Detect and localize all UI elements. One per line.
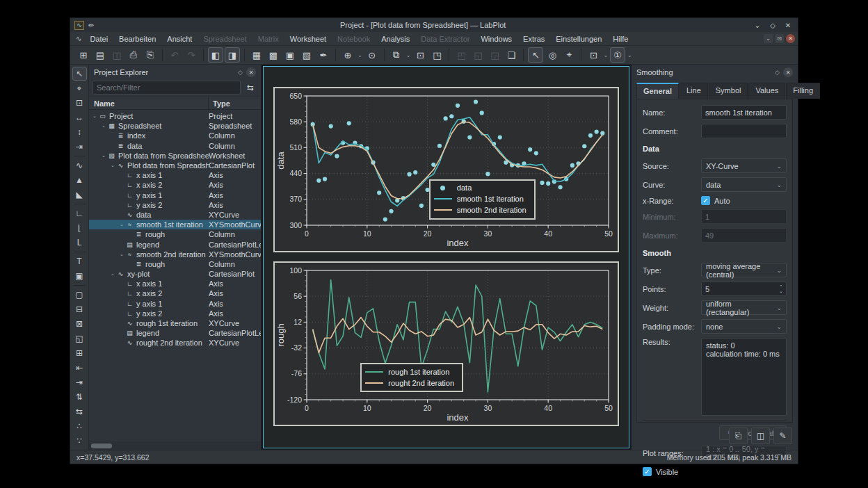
horizontal-scrollbar[interactable] bbox=[89, 441, 261, 450]
menu-windows[interactable]: Windows bbox=[475, 33, 517, 44]
expander-icon[interactable]: ⌄ bbox=[118, 222, 125, 227]
select-mode-button[interactable]: ↖ bbox=[528, 47, 543, 63]
padding-mode-select[interactable]: none⌄ bbox=[701, 319, 787, 334]
minimize-button[interactable]: ⌄ bbox=[752, 22, 763, 29]
expander-icon[interactable]: ⌄ bbox=[100, 153, 107, 158]
chevron-down-icon[interactable]: ⌄ bbox=[603, 52, 608, 58]
template-save-button[interactable]: ◫ bbox=[751, 428, 770, 444]
add-axis-plain-tool[interactable]: L bbox=[72, 236, 87, 250]
tree-row[interactable]: ≣indexColumn bbox=[89, 131, 261, 140]
add-image-tool[interactable]: ▣ bbox=[72, 269, 87, 283]
tree-header[interactable]: Name Type bbox=[89, 97, 261, 110]
new-object-button[interactable]: ⊕ bbox=[340, 47, 355, 63]
menu-einstellungen[interactable]: Einstellungen bbox=[550, 33, 607, 44]
filter-icon[interactable]: ⇆ bbox=[243, 81, 257, 95]
dock-float-icon[interactable]: ◇ bbox=[238, 69, 243, 76]
tree-row[interactable]: ≣roughColumn bbox=[89, 229, 261, 239]
expander-icon[interactable]: ⌄ bbox=[118, 252, 125, 257]
new-workbook-button[interactable]: ▣ bbox=[282, 47, 298, 63]
zoom-x-select-tool[interactable]: ↔ bbox=[72, 111, 87, 124]
smoothing-titlebar[interactable]: Smoothing ◇ ✕ bbox=[632, 65, 798, 80]
name-field[interactable] bbox=[701, 105, 787, 120]
export-worksheet-button[interactable]: ⧉ bbox=[389, 47, 404, 63]
tree-row[interactable]: ∟y axis 2Axis bbox=[89, 309, 261, 318]
tree-row[interactable]: ≣roughColumn bbox=[89, 259, 261, 269]
type-select[interactable]: moving average (central)⌄ bbox=[701, 263, 787, 277]
layout-horizontal-tool[interactable]: ⊞ bbox=[72, 346, 87, 360]
menu-datei[interactable]: Datei bbox=[84, 33, 113, 44]
align-left-tool[interactable]: ⇤ bbox=[72, 361, 87, 375]
add-axis-tool[interactable]: ∟ bbox=[72, 206, 87, 220]
zoom-fit-page-button[interactable]: ⊡ bbox=[412, 47, 428, 63]
menu-worksheet[interactable]: Worksheet bbox=[284, 33, 332, 44]
chevron-down-icon[interactable]: ⌄ bbox=[406, 52, 411, 58]
zoom-area-tool[interactable]: ⊠ bbox=[72, 317, 87, 331]
menu-analysis[interactable]: Analysis bbox=[376, 33, 415, 44]
new-project-button[interactable]: ⊞ bbox=[76, 47, 91, 63]
tree-row[interactable]: ∟y axis 1Axis bbox=[89, 190, 261, 200]
tree-row[interactable]: ⌄▭ProjectProject bbox=[89, 111, 261, 121]
pan-mode-button[interactable]: ◎ bbox=[545, 47, 560, 63]
select-tool[interactable]: ↖ bbox=[72, 67, 87, 81]
crosshair-tool[interactable]: ⌖ bbox=[72, 81, 87, 95]
auto-checkbox[interactable]: ✓ bbox=[701, 196, 710, 205]
add-axis-dotted-tool[interactable]: ⌊ bbox=[72, 221, 87, 235]
expander-icon[interactable]: ⌄ bbox=[91, 113, 98, 119]
tree-row[interactable]: ∟x axis 2Axis bbox=[89, 288, 261, 298]
tree-row[interactable]: ⌄∿Plot data from SpreadsheetCartesianPlo… bbox=[89, 161, 261, 170]
expander-icon[interactable]: ⌄ bbox=[109, 163, 116, 168]
cascade-windows-button[interactable]: ❏ bbox=[504, 47, 519, 63]
tree-row[interactable]: ∿dataXYCurve bbox=[89, 210, 261, 220]
menu-extras[interactable]: Extras bbox=[517, 33, 550, 44]
tab-line[interactable]: Line bbox=[680, 83, 708, 99]
zoom-in-tool[interactable]: ▢ bbox=[72, 288, 87, 302]
tab-filling[interactable]: Filling bbox=[786, 83, 820, 99]
spin-down-icon[interactable]: ⌄ bbox=[779, 289, 783, 293]
menu-bearbeiten[interactable]: Bearbeiten bbox=[113, 33, 161, 44]
weight-select[interactable]: uniform (rectangular)⌄ bbox=[701, 300, 787, 315]
tab-symbol[interactable]: Symbol bbox=[709, 83, 748, 99]
mdi-close-icon[interactable]: ✕ bbox=[786, 34, 795, 43]
column-header-name[interactable]: Name bbox=[89, 97, 209, 109]
tree-row[interactable]: ⌄≈smooth 2nd iterationXYSmoothCurve bbox=[89, 250, 261, 259]
points-stepper[interactable]: 5 ⌃⌄ bbox=[701, 282, 787, 296]
curve-select[interactable]: data⌄ bbox=[701, 177, 787, 192]
zoom-select-tool[interactable]: ⊡ bbox=[72, 96, 87, 110]
tree-row[interactable]: ∿rought 2nd iterationXYCurve bbox=[89, 338, 261, 348]
close-button[interactable]: ✕ bbox=[782, 22, 794, 29]
new-worksheet-button[interactable]: ▧ bbox=[299, 47, 314, 63]
tree-row[interactable]: ▤legendCartesianPlotLegend bbox=[89, 328, 261, 338]
menu-hilfe[interactable]: Hilfe bbox=[607, 33, 634, 44]
layout-vertical-tool[interactable]: ◱ bbox=[72, 332, 87, 345]
dock-close-icon[interactable]: ✕ bbox=[783, 67, 793, 77]
zoom-out-tool[interactable]: ⊟ bbox=[72, 302, 87, 316]
column-header-type[interactable]: Type bbox=[209, 99, 261, 108]
snap-points-tool[interactable]: ∴ bbox=[72, 419, 87, 433]
tree-row[interactable]: ⌄∿xy-plotCartesianPlot bbox=[89, 269, 261, 279]
print-button[interactable]: ⎙ bbox=[126, 47, 141, 63]
tree-row[interactable]: ∟x axis 1Axis bbox=[89, 279, 261, 288]
new-note-button[interactable]: ⊙ bbox=[364, 47, 380, 63]
worksheet-page[interactable]: 01020304050300370440510580650indexdatada… bbox=[263, 66, 629, 448]
tree-row[interactable]: ▤legendCartesianPlotLegend bbox=[89, 239, 261, 249]
add-xy-curve-tool[interactable]: ∿ bbox=[72, 158, 87, 172]
new-matrix-button[interactable]: ▩ bbox=[266, 47, 281, 63]
measure-tool[interactable]: ⇥ bbox=[72, 140, 87, 154]
titlebar[interactable]: ∿ ✏ Project - [Plot data from Spreadshee… bbox=[70, 18, 798, 32]
dock-float-icon[interactable]: ◇ bbox=[775, 69, 780, 76]
tree-row[interactable]: ∟y axis 1Axis bbox=[89, 299, 261, 309]
add-histogram-tool[interactable]: ▲ bbox=[72, 173, 87, 187]
new-spreadsheet-button[interactable]: ▦ bbox=[249, 47, 264, 63]
comment-field[interactable] bbox=[701, 124, 787, 138]
tree-row[interactable]: ⌄▧Plot data from SpreadsheetWorksheet bbox=[89, 151, 261, 161]
tree-row[interactable]: ⌄≈smooth 1st iterationXYSmoothCurve bbox=[89, 220, 261, 229]
zoom-select-mode-button[interactable]: ⌖ bbox=[561, 47, 577, 63]
chevron-down-icon[interactable]: ⌄ bbox=[627, 52, 632, 58]
tab-general[interactable]: General bbox=[636, 83, 679, 99]
add-text-label-tool[interactable]: T bbox=[72, 254, 87, 268]
print-preview-button[interactable]: ⎘ bbox=[143, 47, 158, 63]
project-explorer-titlebar[interactable]: Project Explorer ◇ ✕ bbox=[89, 65, 261, 80]
chevron-down-icon[interactable]: ⌄ bbox=[357, 52, 362, 58]
tree-row[interactable]: ∟y axis 2Axis bbox=[89, 200, 261, 210]
expander-icon[interactable]: ⌄ bbox=[109, 271, 116, 277]
